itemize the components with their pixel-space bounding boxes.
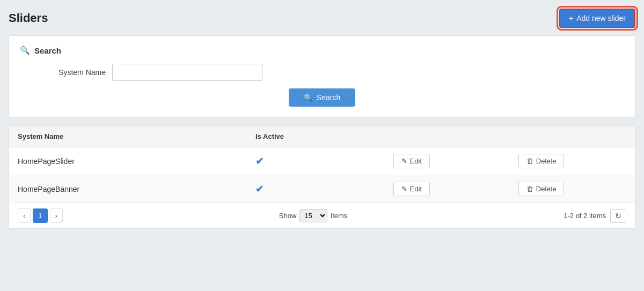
trash-icon: 🗑 — [526, 157, 533, 165]
col-header-delete — [510, 126, 635, 147]
col-header-edit — [385, 126, 510, 147]
search-btn-icon: 🔍 — [304, 93, 313, 102]
items-info: 1-2 of 2 items ↻ — [564, 209, 626, 223]
search-section-title: 🔍 Search — [20, 46, 624, 55]
cell-delete: 🗑 Delete — [510, 175, 635, 203]
active-checkmark-icon: ✔ — [255, 184, 264, 195]
sliders-table: System Name Is Active HomePageSlider✔✎ E… — [9, 126, 635, 203]
search-icon: 🔍 — [20, 46, 30, 55]
col-header-system-name: System Name — [9, 126, 247, 147]
items-suffix: items — [331, 212, 347, 220]
pencil-icon: ✎ — [401, 185, 407, 193]
table-header-row: System Name Is Active — [9, 126, 635, 147]
edit-button[interactable]: ✎ Edit — [393, 154, 430, 168]
page-1-button[interactable]: 1 — [33, 208, 47, 223]
plus-icon: + — [569, 14, 573, 23]
add-new-slider-button[interactable]: + Add new slider — [559, 9, 635, 28]
refresh-button[interactable]: ↻ — [610, 209, 626, 223]
cell-is-active: ✔ — [247, 147, 385, 175]
next-page-button[interactable]: › — [50, 208, 63, 223]
pagination: ‹ 1 › — [18, 208, 63, 223]
col-header-is-active: Is Active — [247, 126, 385, 147]
active-checkmark-icon: ✔ — [255, 156, 264, 167]
edit-button[interactable]: ✎ Edit — [393, 182, 430, 196]
table-footer: ‹ 1 › Show 15 25 50 100 items 1-2 of 2 i… — [9, 203, 635, 228]
system-name-input[interactable] — [112, 64, 262, 81]
page-title: Sliders — [9, 11, 48, 25]
search-button-row: 🔍 Search — [20, 88, 624, 107]
cell-delete: 🗑 Delete — [510, 147, 635, 175]
items-count: 1-2 of 2 items — [564, 212, 606, 220]
table-row: HomePageSlider✔✎ Edit🗑 Delete — [9, 147, 635, 175]
table-row: HomePageBanner✔✎ Edit🗑 Delete — [9, 175, 635, 203]
search-button[interactable]: 🔍 Search — [289, 88, 355, 107]
pencil-icon: ✎ — [401, 157, 407, 165]
show-items-control: Show 15 25 50 100 items — [279, 209, 348, 222]
prev-page-button[interactable]: ‹ — [18, 208, 31, 223]
search-button-label: Search — [317, 93, 340, 102]
search-panel: 🔍 Search System Name 🔍 Search — [9, 35, 635, 118]
trash-icon: 🗑 — [526, 185, 533, 193]
cell-system-name: HomePageBanner — [9, 175, 247, 203]
cell-system-name: HomePageSlider — [9, 147, 247, 175]
cell-edit: ✎ Edit — [385, 147, 510, 175]
cell-is-active: ✔ — [247, 175, 385, 203]
cell-edit: ✎ Edit — [385, 175, 510, 203]
items-per-page-select[interactable]: 15 25 50 100 — [299, 209, 327, 222]
add-button-label: Add new slider — [576, 14, 626, 23]
show-label: Show — [279, 212, 297, 220]
system-name-row: System Name — [20, 64, 624, 81]
table-panel: System Name Is Active HomePageSlider✔✎ E… — [9, 125, 635, 229]
system-name-label: System Name — [52, 68, 106, 77]
delete-button[interactable]: 🗑 Delete — [518, 154, 565, 168]
delete-button[interactable]: 🗑 Delete — [518, 182, 565, 196]
page-header: Sliders + Add new slider — [9, 9, 635, 28]
